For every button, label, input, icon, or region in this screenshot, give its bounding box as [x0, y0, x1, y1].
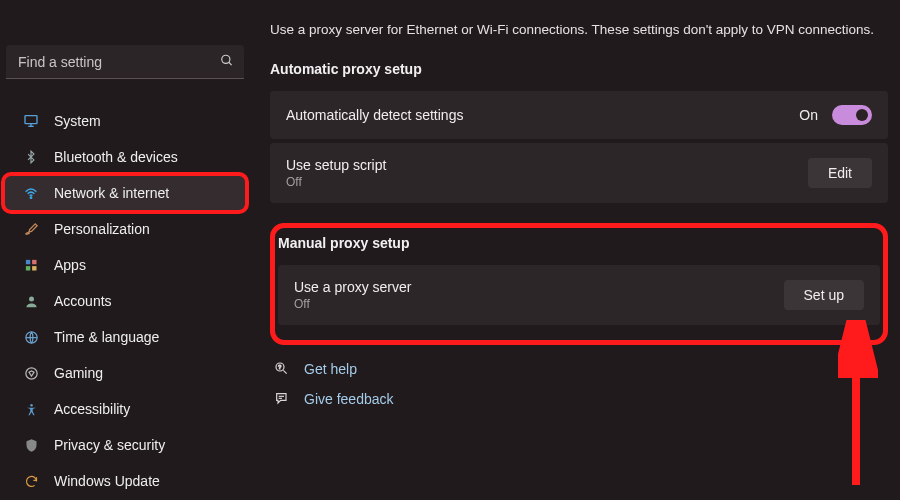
help-icon: ? [274, 361, 290, 377]
main-content: Use a proxy server for Ethernet or Wi-Fi… [250, 0, 900, 500]
bluetooth-icon [22, 148, 40, 166]
setup-script-state: Off [286, 175, 386, 189]
search-icon [220, 54, 234, 71]
sidebar-item-label: Bluetooth & devices [54, 149, 178, 165]
svg-rect-2 [25, 116, 37, 124]
update-icon [22, 472, 40, 490]
sidebar-item-label: Time & language [54, 329, 159, 345]
sidebar-item-bluetooth[interactable]: Bluetooth & devices [4, 139, 246, 175]
edit-button[interactable]: Edit [808, 158, 872, 188]
get-help-link[interactable]: ? Get help [274, 361, 888, 377]
sidebar-item-label: Network & internet [54, 185, 169, 201]
svg-point-10 [29, 296, 34, 301]
setup-script-card[interactable]: Use setup script Off Edit [270, 143, 888, 203]
svg-point-5 [30, 197, 31, 198]
sidebar-item-system[interactable]: System [4, 103, 246, 139]
sidebar-item-gaming[interactable]: Gaming [4, 355, 246, 391]
automatic-proxy-title: Automatic proxy setup [270, 61, 888, 77]
svg-point-13 [30, 403, 33, 406]
search-box [6, 45, 244, 79]
sidebar-item-label: System [54, 113, 101, 129]
sidebar-item-time-language[interactable]: Time & language [4, 319, 246, 355]
use-proxy-state: Off [294, 297, 411, 311]
search-input[interactable] [6, 45, 244, 79]
sidebar: System Bluetooth & devices Network & int… [0, 0, 250, 500]
shield-icon [22, 436, 40, 454]
use-proxy-card[interactable]: Use a proxy server Off Set up [278, 265, 880, 325]
manual-proxy-title: Manual proxy setup [278, 235, 880, 251]
get-help-label: Get help [304, 361, 357, 377]
help-links: ? Get help Give feedback [270, 361, 888, 407]
svg-point-12 [25, 367, 36, 378]
svg-text:?: ? [278, 364, 281, 370]
globe-clock-icon [22, 328, 40, 346]
paintbrush-icon [22, 220, 40, 238]
sidebar-item-privacy[interactable]: Privacy & security [4, 427, 246, 463]
person-icon [22, 292, 40, 310]
toggle-state-label: On [799, 107, 818, 123]
manual-proxy-group: Manual proxy setup Use a proxy server Of… [270, 223, 888, 345]
sidebar-item-apps[interactable]: Apps [4, 247, 246, 283]
use-proxy-label: Use a proxy server [294, 279, 411, 295]
setup-button[interactable]: Set up [784, 280, 864, 310]
sidebar-item-label: Accounts [54, 293, 112, 309]
svg-rect-9 [32, 266, 36, 270]
sidebar-item-label: Apps [54, 257, 86, 273]
gaming-icon [22, 364, 40, 382]
sidebar-item-label: Accessibility [54, 401, 130, 417]
give-feedback-label: Give feedback [304, 391, 394, 407]
svg-rect-6 [25, 259, 29, 263]
auto-detect-card[interactable]: Automatically detect settings On [270, 91, 888, 139]
apps-icon [22, 256, 40, 274]
sidebar-item-accessibility[interactable]: Accessibility [4, 391, 246, 427]
sidebar-item-windows-update[interactable]: Windows Update [4, 463, 246, 499]
setup-script-label: Use setup script [286, 157, 386, 173]
sidebar-item-label: Windows Update [54, 473, 160, 489]
svg-rect-7 [32, 259, 36, 263]
svg-line-1 [229, 62, 232, 65]
sidebar-item-personalization[interactable]: Personalization [4, 211, 246, 247]
sidebar-item-accounts[interactable]: Accounts [4, 283, 246, 319]
sidebar-item-network[interactable]: Network & internet [4, 175, 246, 211]
svg-rect-8 [25, 266, 29, 270]
wifi-icon [22, 184, 40, 202]
auto-detect-label: Automatically detect settings [286, 107, 463, 123]
sidebar-item-label: Personalization [54, 221, 150, 237]
svg-point-0 [222, 55, 230, 63]
feedback-icon [274, 391, 290, 407]
give-feedback-link[interactable]: Give feedback [274, 391, 888, 407]
auto-detect-toggle[interactable] [832, 105, 872, 125]
accessibility-icon [22, 400, 40, 418]
system-icon [22, 112, 40, 130]
nav-list: System Bluetooth & devices Network & int… [0, 103, 250, 499]
sidebar-item-label: Privacy & security [54, 437, 165, 453]
sidebar-item-label: Gaming [54, 365, 103, 381]
intro-text: Use a proxy server for Ethernet or Wi-Fi… [270, 22, 888, 37]
